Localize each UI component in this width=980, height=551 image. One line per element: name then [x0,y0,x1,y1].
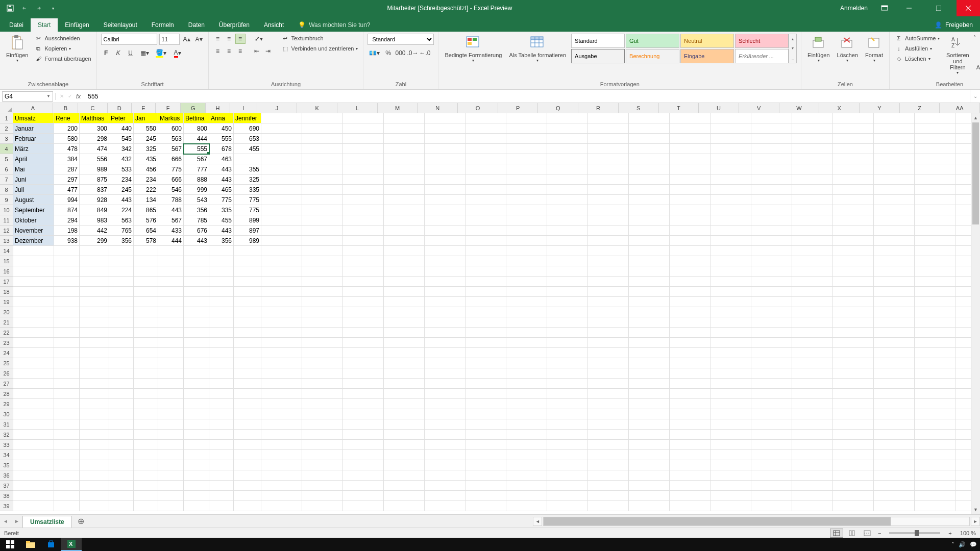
cell[interactable] [629,226,670,236]
cell[interactable] [234,501,261,511]
select-all-cells[interactable] [0,103,13,113]
cell[interactable]: 335 [209,205,234,215]
cell[interactable] [547,470,588,481]
style-gallery-more[interactable]: ▴▾⎯ [789,34,797,63]
cell[interactable] [955,236,971,246]
cell[interactable] [54,399,80,409]
cell[interactable] [792,470,833,481]
cell[interactable] [955,297,971,307]
row-header[interactable]: 24 [0,348,13,358]
cell[interactable]: 567 [158,144,184,154]
cell[interactable] [158,307,184,317]
column-header[interactable]: E [132,103,156,113]
cell[interactable] [80,297,109,307]
cell[interactable] [209,317,234,328]
cell[interactable] [629,164,670,174]
cell[interactable] [874,430,915,440]
cell[interactable]: 443 [109,195,134,205]
cell[interactable] [261,307,302,317]
cell[interactable]: 775 [234,205,261,215]
cell[interactable] [13,481,54,491]
column-header[interactable]: Z [900,103,940,113]
cell[interactable] [234,256,261,266]
cell[interactable]: Mai [13,164,54,174]
row-header[interactable]: 21 [0,317,13,328]
cell[interactable] [629,399,670,409]
cell[interactable] [751,328,792,338]
share-button[interactable]: 👤 Freigeben [927,18,980,32]
cell[interactable] [465,185,506,195]
cell[interactable] [506,348,547,358]
cell[interactable] [833,419,874,430]
cell[interactable] [955,491,971,501]
cell[interactable] [384,368,425,379]
cell[interactable] [13,419,54,430]
row-header[interactable]: 27 [0,379,13,389]
vertical-scroll-thumb[interactable] [972,122,979,224]
column-header[interactable]: I [230,103,257,113]
cell[interactable] [343,338,384,348]
cell[interactable] [80,440,109,450]
cell[interactable] [184,419,209,430]
cell[interactable] [80,368,109,379]
cell[interactable] [506,307,547,317]
cell[interactable]: Januar [13,123,54,134]
row-header[interactable]: 34 [0,450,13,460]
cell[interactable] [134,307,158,317]
cell[interactable] [209,246,234,256]
cell[interactable] [234,277,261,287]
cell[interactable] [506,368,547,379]
cell[interactable] [465,317,506,328]
cell[interactable]: Juli [13,185,54,195]
cell[interactable] [710,317,751,328]
cell[interactable] [465,215,506,226]
cell[interactable]: 299 [80,236,109,246]
cell[interactable] [80,246,109,256]
cell[interactable] [384,440,425,450]
cell[interactable] [158,470,184,481]
cell[interactable] [710,185,751,195]
cell[interactable] [134,266,158,277]
cell[interactable] [955,368,971,379]
cell[interactable] [710,215,751,226]
cell[interactable] [343,154,384,164]
column-header[interactable]: V [739,103,779,113]
tray-notifications-icon[interactable]: 💬 [970,541,977,548]
cell[interactable] [588,409,629,419]
cell[interactable] [465,277,506,287]
cell[interactable] [588,113,629,123]
cell[interactable] [506,246,547,256]
percent-button[interactable]: % [383,48,393,58]
cell[interactable] [80,379,109,389]
cell[interactable] [134,348,158,358]
cell[interactable] [506,195,547,205]
cell[interactable] [629,134,670,144]
cell[interactable] [425,409,465,419]
cell[interactable] [792,338,833,348]
cell[interactable] [302,266,343,277]
cell[interactable] [425,185,465,195]
cell[interactable]: 555 [184,144,209,154]
cell[interactable] [915,328,955,338]
cell[interactable] [302,481,343,491]
cell[interactable] [343,501,384,511]
cell[interactable] [261,215,302,226]
cell[interactable] [833,287,874,297]
cell[interactable] [955,470,971,481]
cell[interactable] [670,287,710,297]
row-header[interactable]: 1 [0,113,13,123]
cell[interactable] [874,113,915,123]
cell[interactable] [158,450,184,460]
cell[interactable] [833,113,874,123]
cell[interactable] [547,195,588,205]
cell[interactable] [425,470,465,481]
cell[interactable]: 234 [134,174,158,185]
cell[interactable] [425,358,465,368]
cell[interactable] [465,307,506,317]
style-ausgabe[interactable]: Ausgabe [571,49,625,63]
clear-button[interactable]: ◇Löschen▾ [894,54,941,63]
cell[interactable] [425,317,465,328]
cell[interactable] [915,409,955,419]
file-explorer-taskbar[interactable] [20,538,41,551]
cell[interactable] [343,123,384,134]
